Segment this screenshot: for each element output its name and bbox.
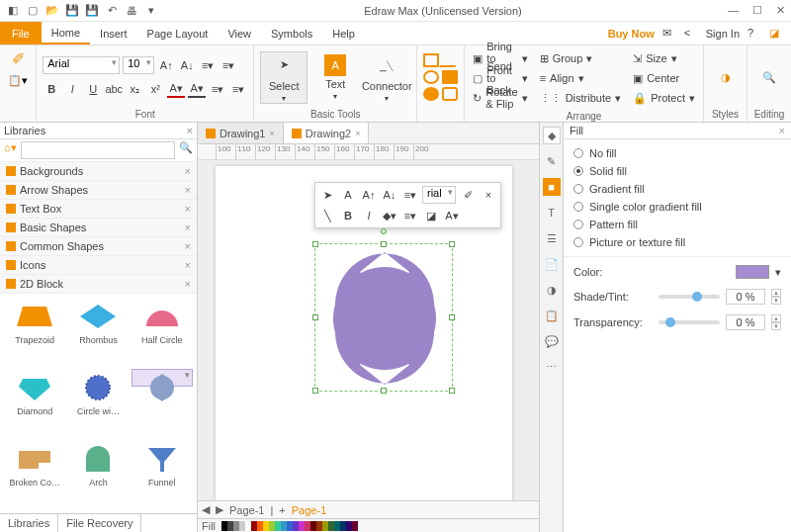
- help-icon[interactable]: ?: [747, 27, 761, 41]
- shape-item[interactable]: Circle wi…: [67, 369, 129, 438]
- page-name-2[interactable]: Page-1: [292, 504, 326, 516]
- font-name-select[interactable]: Arial: [43, 56, 120, 74]
- mini-font-select[interactable]: rial: [422, 186, 456, 204]
- align-icon[interactable]: ≡▾: [220, 56, 237, 74]
- page-name[interactable]: Page-1: [229, 504, 264, 516]
- mini-connector-icon[interactable]: ╲: [318, 207, 336, 224]
- fill-option[interactable]: Single color gradient fill: [573, 201, 781, 213]
- library-category[interactable]: Common Shapes×: [0, 237, 197, 256]
- shrink-font-icon[interactable]: A↓: [178, 56, 196, 74]
- open-icon[interactable]: 📂: [45, 4, 59, 18]
- theme-tool-icon[interactable]: ◑: [543, 281, 561, 299]
- styles-btn[interactable]: ◑: [710, 64, 741, 90]
- library-category[interactable]: 2D Block×: [0, 275, 197, 294]
- mini-shrink-icon[interactable]: A↓: [381, 186, 398, 204]
- transparency-spinner[interactable]: ▲▼: [771, 314, 781, 330]
- tab-libraries[interactable]: Libraries: [0, 514, 58, 532]
- select-tool[interactable]: ➤ Select▾: [260, 51, 308, 104]
- file-menu[interactable]: File: [0, 22, 42, 44]
- distribute-btn[interactable]: ⋮⋮Distribute▾: [538, 89, 623, 107]
- mini-italic-icon[interactable]: I: [360, 207, 378, 224]
- resize-handle[interactable]: [312, 388, 318, 394]
- center-btn[interactable]: ▣Center: [631, 69, 697, 87]
- libraries-home-icon[interactable]: ⌂▾: [4, 141, 17, 159]
- mini-fill-icon[interactable]: ◆▾: [381, 207, 398, 224]
- libraries-search-input[interactable]: [21, 141, 175, 159]
- tab-symbols[interactable]: Symbols: [261, 22, 322, 44]
- selected-shape[interactable]: [314, 243, 453, 392]
- fill-option[interactable]: Pattern fill: [573, 219, 781, 230]
- resize-handle[interactable]: [381, 241, 387, 247]
- highlight-icon[interactable]: A▾: [188, 80, 206, 98]
- mail-icon[interactable]: ✉: [662, 27, 676, 41]
- resize-handle[interactable]: [381, 388, 387, 394]
- mini-align-icon[interactable]: ≡▾: [401, 186, 419, 204]
- clip-tool-icon[interactable]: 📋: [543, 307, 561, 324]
- editing-btn[interactable]: 🔍: [753, 64, 785, 90]
- page-tool-icon[interactable]: 📄: [543, 255, 561, 273]
- page-next-icon[interactable]: ▶: [216, 503, 223, 516]
- undo-icon[interactable]: ↶: [105, 4, 119, 18]
- transparency-slider[interactable]: [659, 320, 720, 324]
- comment-tool-icon[interactable]: 💬: [543, 332, 561, 350]
- shape-item[interactable]: Broken Co…: [4, 440, 65, 509]
- valign-icon[interactable]: ≡▾: [229, 80, 247, 98]
- shape-item[interactable]: Diamond: [4, 369, 65, 438]
- size-btn[interactable]: ⇲Size▾: [631, 49, 697, 67]
- close-tab-icon[interactable]: ×: [269, 129, 274, 138]
- layer-tool-icon[interactable]: ☰: [543, 229, 561, 247]
- canvas[interactable]: ➤ A A↑ A↓ ≡▾ rial ✐ × ╲ B I ◆▾ ≡▾: [198, 160, 539, 500]
- libraries-close-icon[interactable]: ×: [187, 125, 193, 136]
- shape-palette[interactable]: [423, 53, 458, 101]
- fill-panel-close-icon[interactable]: ×: [779, 125, 785, 136]
- grow-font-icon[interactable]: A↑: [157, 56, 175, 74]
- mini-text-icon[interactable]: A: [339, 186, 357, 204]
- app-color-icon[interactable]: ◪: [769, 27, 783, 41]
- resize-handle[interactable]: [312, 241, 318, 247]
- fill-option[interactable]: Solid fill: [573, 165, 781, 177]
- search-icon[interactable]: 🔍: [179, 141, 193, 159]
- more-tool-icon[interactable]: ⋯: [543, 358, 561, 376]
- fill-option[interactable]: Picture or texture fill: [573, 236, 781, 248]
- library-category[interactable]: Text Box×: [0, 200, 197, 219]
- send-to-back[interactable]: ▢Send to Back ▾: [471, 69, 529, 87]
- paste-icon[interactable]: 📋▾: [8, 74, 28, 87]
- save-as-icon[interactable]: 💾: [85, 4, 99, 18]
- add-page-icon[interactable]: +: [279, 504, 285, 516]
- mini-bold-icon[interactable]: B: [339, 207, 357, 224]
- page-prev-icon[interactable]: ◀: [202, 503, 210, 516]
- tab-help[interactable]: Help: [322, 22, 365, 44]
- doc-tab-2[interactable]: Drawing2×: [284, 123, 370, 143]
- close-tab-icon[interactable]: ×: [355, 129, 360, 138]
- shade-slider[interactable]: [659, 295, 720, 299]
- share-icon[interactable]: <: [684, 27, 698, 41]
- mini-line-icon[interactable]: ≡▾: [401, 207, 419, 224]
- transparency-value[interactable]: 0 %: [726, 314, 765, 330]
- doc-tab-1[interactable]: Drawing1×: [198, 123, 284, 143]
- color-more-icon[interactable]: ▾: [775, 266, 781, 279]
- mini-toolbar[interactable]: ➤ A A↑ A↓ ≡▾ rial ✐ × ╲ B I ◆▾ ≡▾: [314, 182, 501, 228]
- mini-close-icon[interactable]: ×: [480, 186, 497, 204]
- library-category[interactable]: Backgrounds×: [0, 162, 197, 181]
- shape-item[interactable]: Trapezoid: [4, 298, 65, 367]
- shape-item[interactable]: Rhombus: [67, 298, 129, 367]
- resize-handle[interactable]: [449, 241, 455, 247]
- resize-handle[interactable]: [312, 314, 318, 320]
- shape-item[interactable]: Arch: [67, 440, 129, 509]
- bullets-icon[interactable]: ≡▾: [199, 56, 217, 74]
- mini-shadow-icon[interactable]: ◪: [422, 207, 440, 224]
- rotate-flip[interactable]: ↻Rotate & Flip ▾: [471, 89, 529, 107]
- library-category[interactable]: Arrow Shapes×: [0, 181, 197, 200]
- rotate-handle[interactable]: [381, 228, 387, 234]
- shade-spinner[interactable]: ▲▼: [771, 289, 781, 305]
- save-icon[interactable]: 💾: [65, 4, 79, 18]
- fill-option[interactable]: No fill: [573, 147, 781, 159]
- mini-cursor-icon[interactable]: ➤: [318, 186, 336, 204]
- format-painter-icon[interactable]: ✐: [12, 49, 25, 68]
- shadow-tool-icon[interactable]: ■: [543, 178, 561, 196]
- color-strip[interactable]: [221, 521, 358, 531]
- new-icon[interactable]: ▢: [26, 4, 40, 18]
- color-swatch[interactable]: [736, 265, 769, 279]
- bold-icon[interactable]: B: [43, 80, 60, 98]
- minimize-button[interactable]: —: [728, 4, 739, 17]
